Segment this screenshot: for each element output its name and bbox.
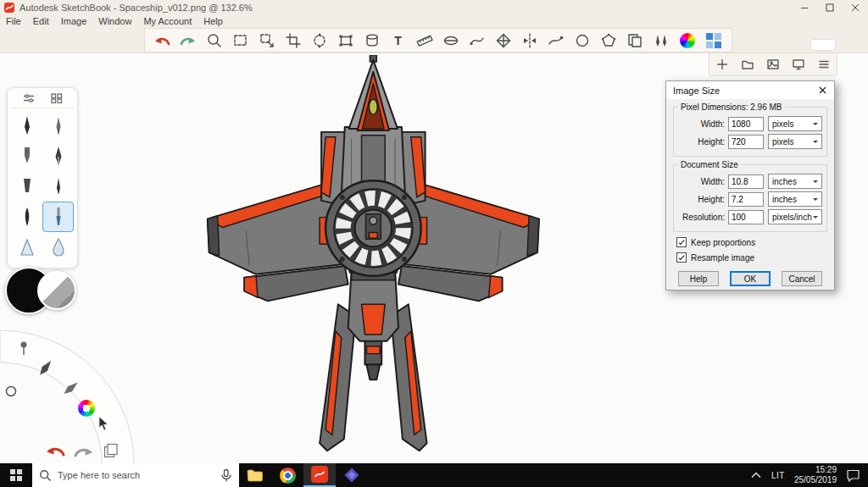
maximize-icon[interactable] bbox=[817, 0, 843, 15]
clock[interactable]: 15:29 25/05/2019 bbox=[794, 465, 837, 486]
chrome-icon[interactable] bbox=[271, 463, 303, 487]
microphone-icon[interactable] bbox=[220, 468, 232, 482]
resolution-unit-select[interactable]: pixels/inch bbox=[768, 209, 822, 224]
brush-pencil[interactable] bbox=[11, 110, 42, 141]
dual-brush-icon[interactable] bbox=[648, 30, 673, 51]
add-layer-icon[interactable] bbox=[715, 58, 729, 71]
unit-label: inches bbox=[772, 177, 797, 186]
display-icon[interactable] bbox=[792, 58, 805, 71]
check-icon bbox=[678, 253, 684, 259]
keep-proportions-checkbox[interactable]: Keep proportions bbox=[676, 237, 834, 247]
menu-help[interactable]: Help bbox=[198, 15, 229, 29]
taskbar-search[interactable] bbox=[32, 463, 239, 487]
undo-icon[interactable] bbox=[44, 444, 66, 458]
brush-settings-icon[interactable] bbox=[22, 93, 36, 103]
brush-marker[interactable] bbox=[11, 141, 42, 171]
pixel-height-input[interactable] bbox=[728, 135, 764, 149]
layers-icon[interactable] bbox=[103, 443, 119, 458]
redo-icon[interactable] bbox=[73, 445, 95, 459]
window-title: Autodesk SketchBook - Spaceship_v012.png… bbox=[19, 3, 253, 13]
polyline-tool-icon[interactable] bbox=[596, 30, 620, 51]
dialog-title-bar[interactable]: Image Size bbox=[666, 81, 834, 99]
brush-chisel-marker[interactable] bbox=[11, 171, 42, 202]
purple-app-icon[interactable] bbox=[336, 463, 368, 487]
notification-center-icon[interactable] bbox=[846, 468, 860, 482]
transform-selection-icon[interactable] bbox=[254, 30, 279, 51]
redo-icon[interactable] bbox=[175, 30, 200, 51]
menu-edit[interactable]: Edit bbox=[27, 15, 55, 29]
circle-tool-icon[interactable] bbox=[570, 30, 594, 51]
steady-stroke-icon[interactable] bbox=[543, 30, 568, 51]
panel-options[interactable] bbox=[810, 39, 836, 51]
brush-pen-2[interactable] bbox=[11, 202, 42, 232]
chevron-up-icon[interactable] bbox=[750, 471, 762, 479]
panel-menu-icon[interactable] bbox=[817, 58, 831, 71]
brush-inking-pen[interactable] bbox=[42, 171, 74, 202]
doc-width-input[interactable] bbox=[728, 174, 764, 189]
color-wheel-icon[interactable] bbox=[78, 400, 95, 417]
ok-button[interactable]: OK bbox=[730, 271, 771, 286]
copy-icon[interactable] bbox=[622, 30, 647, 51]
sketchbook-taskbar-icon[interactable] bbox=[303, 463, 336, 487]
french-curve-icon[interactable] bbox=[465, 30, 489, 51]
ellipse-guide-icon[interactable] bbox=[438, 30, 463, 51]
brush-smudge[interactable] bbox=[42, 232, 74, 263]
spaceship-artwork bbox=[193, 55, 600, 465]
menu-image[interactable]: Image bbox=[55, 15, 93, 29]
symmetry-icon[interactable] bbox=[517, 30, 542, 51]
close-icon[interactable] bbox=[843, 0, 868, 15]
file-explorer-icon[interactable] bbox=[239, 463, 271, 487]
start-button[interactable] bbox=[0, 463, 32, 487]
resample-image-checkbox[interactable]: Resample image bbox=[676, 252, 834, 263]
minimize-icon[interactable] bbox=[792, 0, 817, 15]
color-puck-gray[interactable] bbox=[37, 271, 76, 310]
document-size-group: Document Size Width: inches Height: inch… bbox=[673, 160, 827, 232]
chevron-down-icon bbox=[813, 123, 818, 128]
checkbox-box bbox=[676, 252, 687, 263]
language-indicator[interactable]: LIT bbox=[771, 471, 785, 480]
height-label: Height: bbox=[681, 195, 725, 204]
brush-pencil-2[interactable] bbox=[42, 110, 74, 141]
text-tool-icon[interactable]: T bbox=[386, 30, 410, 51]
brush-pen[interactable] bbox=[42, 141, 74, 171]
doc-height-input[interactable] bbox=[728, 192, 764, 207]
color-wheel-icon[interactable] bbox=[675, 30, 699, 51]
zoom-icon[interactable] bbox=[202, 30, 226, 51]
close-icon[interactable] bbox=[810, 81, 834, 99]
checkbox-box bbox=[676, 237, 687, 247]
cancel-button[interactable]: Cancel bbox=[782, 271, 822, 286]
search-input[interactable] bbox=[58, 470, 214, 480]
unit-label: pixels bbox=[772, 119, 794, 129]
window-chrome: Autodesk SketchBook - Spaceship_v012.png… bbox=[0, 0, 868, 53]
resolution-label: Resolution: bbox=[681, 213, 725, 222]
ruler-icon[interactable] bbox=[412, 30, 437, 51]
brush-paintbrush-selected[interactable] bbox=[42, 202, 74, 232]
resolution-input[interactable] bbox=[728, 210, 764, 224]
pixel-height-unit-select[interactable]: pixels bbox=[768, 134, 822, 149]
undo-icon[interactable] bbox=[149, 30, 174, 51]
transform-icon[interactable] bbox=[307, 30, 331, 51]
image-icon[interactable] bbox=[766, 58, 780, 71]
layer-editor-icon[interactable] bbox=[701, 30, 726, 51]
brush-airbrush[interactable] bbox=[11, 232, 42, 263]
document-size-label: Document Size bbox=[678, 160, 741, 169]
brush-library-icon[interactable] bbox=[51, 93, 63, 103]
pixel-width-unit-select[interactable]: pixels bbox=[768, 116, 822, 131]
sketchbook-app-icon bbox=[4, 3, 14, 13]
menu-window[interactable]: Window bbox=[92, 15, 137, 29]
folder-icon[interactable] bbox=[741, 58, 754, 71]
marquee-select-icon[interactable] bbox=[228, 30, 253, 51]
fill-tool-icon[interactable] bbox=[359, 30, 384, 51]
pixel-dimensions-group: Pixel Dimensions: 2.96 MB Width: pixels … bbox=[673, 102, 827, 157]
menu-my-account[interactable]: My Account bbox=[137, 15, 198, 29]
pixel-width-input[interactable] bbox=[728, 117, 764, 131]
distort-icon[interactable] bbox=[333, 30, 358, 51]
doc-width-unit-select[interactable]: inches bbox=[768, 174, 822, 189]
help-button[interactable]: Help bbox=[678, 271, 719, 286]
doc-height-unit-select[interactable]: inches bbox=[768, 191, 822, 207]
menu-file[interactable]: File bbox=[0, 15, 27, 29]
perspective-guide-icon[interactable] bbox=[491, 30, 515, 51]
width-label: Width: bbox=[681, 177, 725, 186]
chevron-down-icon bbox=[813, 141, 818, 146]
crop-icon[interactable] bbox=[281, 30, 305, 51]
